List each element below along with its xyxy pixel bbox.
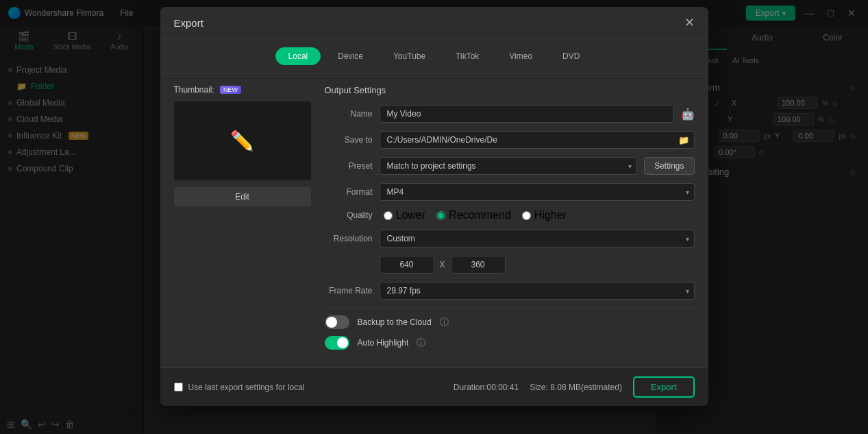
duration-info: Duration:00:00:41 xyxy=(454,383,519,392)
edit-thumbnail-button[interactable]: Edit xyxy=(174,187,311,206)
size-info: Size: 8.08 MB(estimated) xyxy=(530,383,622,392)
last-settings-label: Use last export settings for local xyxy=(188,383,305,392)
resolution-row: Resolution Custom ▾ xyxy=(325,230,695,248)
resolution-width-input[interactable] xyxy=(380,256,434,274)
export-tab-dvd[interactable]: DVD xyxy=(549,47,593,65)
dialog-close-button[interactable]: ✕ xyxy=(684,16,695,29)
backup-slider xyxy=(325,315,349,329)
path-input[interactable] xyxy=(380,131,695,149)
export-tabs: Local Device YouTube TikTok Vimeo DVD xyxy=(160,39,708,74)
preset-row: Preset Match to project settings ▾ Setti… xyxy=(325,157,695,175)
footer-left: Use last export settings for local xyxy=(174,383,305,392)
export-button[interactable]: Export xyxy=(633,376,695,398)
thumbnail-section: Thumbnail: NEW ✏️ Edit xyxy=(174,85,311,357)
resolution-select-wrapper: Custom ▾ xyxy=(380,230,695,248)
thumbnail-preview: ✏️ xyxy=(174,101,311,180)
format-label: Format xyxy=(325,187,373,197)
quality-recommend[interactable]: Recommend xyxy=(436,209,511,221)
quality-higher[interactable]: Higher xyxy=(522,209,567,221)
save-to-row: Save to 📁 xyxy=(325,131,695,149)
backup-label: Backup to the Cloud xyxy=(358,317,432,327)
quality-radio-group: Lower Recommend Higher xyxy=(384,209,567,221)
modal-overlay: Export ✕ Local Device YouTube TikTok Vim… xyxy=(0,0,868,434)
highlight-label: Auto Highlight xyxy=(358,338,409,348)
name-label: Name xyxy=(325,109,373,119)
dialog-body: Thumbnail: NEW ✏️ Edit Output Settings N… xyxy=(160,74,708,367)
export-tab-local[interactable]: Local xyxy=(275,47,321,65)
export-tab-tiktok[interactable]: TikTok xyxy=(443,47,492,65)
highlight-info-icon[interactable]: ⓘ xyxy=(417,337,425,349)
backup-toggle[interactable] xyxy=(325,315,349,329)
name-row: Name 🤖 xyxy=(325,105,695,123)
highlight-slider xyxy=(325,336,349,350)
resolution-fields: X xyxy=(380,256,695,274)
thumbnail-new-badge: NEW xyxy=(220,86,241,94)
last-settings-checkbox[interactable] xyxy=(174,383,183,391)
res-x-label: X xyxy=(440,260,445,269)
highlight-toggle[interactable] xyxy=(325,336,349,350)
export-dialog: Export ✕ Local Device YouTube TikTok Vim… xyxy=(160,7,708,406)
save-to-label: Save to xyxy=(325,135,373,145)
quality-row: Quality Lower Recommend Higher xyxy=(325,209,695,221)
preset-select-wrapper: Match to project settings ▾ xyxy=(380,157,638,175)
backup-info-icon[interactable]: ⓘ xyxy=(440,316,449,328)
path-wrapper: 📁 xyxy=(380,131,695,149)
frame-rate-label: Frame Rate xyxy=(325,286,373,296)
frame-rate-select-wrapper: 29.97 fps ▾ xyxy=(380,282,695,300)
preset-select[interactable]: Match to project settings xyxy=(380,157,638,175)
name-input[interactable] xyxy=(380,105,674,123)
format-select[interactable]: MP4 xyxy=(380,183,695,201)
ai-icon[interactable]: 🤖 xyxy=(681,108,695,121)
export-tab-device[interactable]: Device xyxy=(325,47,376,65)
thumbnail-label: Thumbnail: NEW xyxy=(174,85,311,95)
frame-rate-row: Frame Rate 29.97 fps ▾ xyxy=(325,282,695,300)
quality-lower-radio[interactable] xyxy=(384,211,393,220)
frame-rate-select[interactable]: 29.97 fps xyxy=(380,282,695,300)
highlight-toggle-row: Auto Highlight ⓘ xyxy=(325,336,695,350)
export-tab-youtube[interactable]: YouTube xyxy=(380,47,438,65)
dialog-title: Export xyxy=(174,17,203,29)
format-select-wrapper: MP4 ▾ xyxy=(380,183,695,201)
backup-toggle-row: Backup to the Cloud ⓘ xyxy=(325,315,695,329)
resolution-select[interactable]: Custom xyxy=(380,230,695,248)
dialog-header: Export ✕ xyxy=(160,7,708,39)
resolution-height-input[interactable] xyxy=(451,256,506,274)
format-row: Format MP4 ▾ xyxy=(325,183,695,201)
resolution-inputs-row: X xyxy=(325,256,695,274)
quality-lower[interactable]: Lower xyxy=(384,209,426,221)
export-tab-vimeo[interactable]: Vimeo xyxy=(496,47,545,65)
settings-button[interactable]: Settings xyxy=(644,157,694,175)
output-settings-title: Output Settings xyxy=(325,85,695,95)
dialog-footer: Use last export settings for local Durat… xyxy=(160,367,708,406)
quality-recommend-radio[interactable] xyxy=(436,211,445,220)
folder-browse-icon[interactable]: 📁 xyxy=(678,135,689,145)
pencil-icon: ✏️ xyxy=(230,130,254,152)
footer-right: Duration:00:00:41 Size: 8.08 MB(estimate… xyxy=(454,376,695,398)
preset-label: Preset xyxy=(325,161,373,171)
separator xyxy=(325,308,695,309)
settings-section: Output Settings Name 🤖 Save to 📁 xyxy=(325,85,695,357)
quality-higher-radio[interactable] xyxy=(522,211,531,220)
resolution-label: Resolution xyxy=(325,234,373,243)
quality-label: Quality xyxy=(325,210,373,220)
